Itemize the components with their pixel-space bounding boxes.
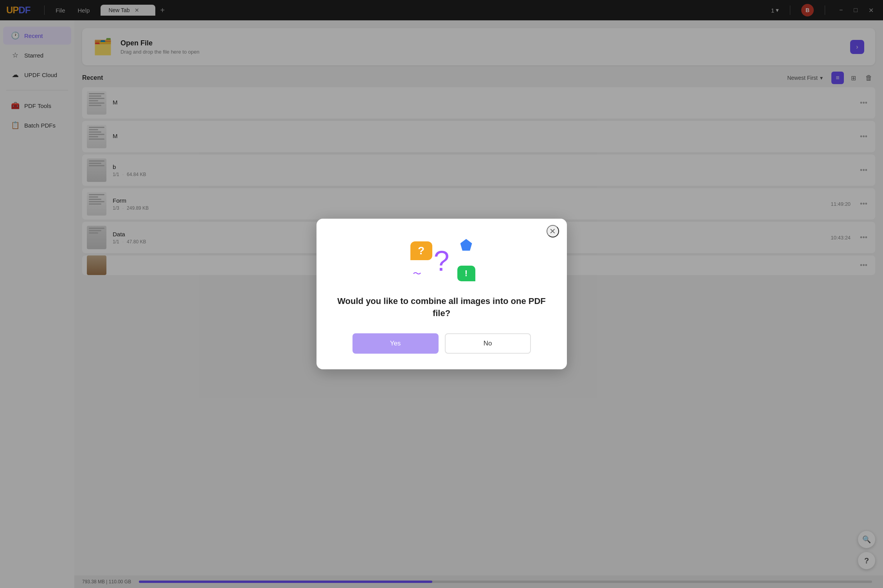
combine-images-dialog: ✕ 〜 ? Would you like to combine all imag… [317,219,567,370]
no-button[interactable]: No [445,333,531,354]
dialog-close-button[interactable]: ✕ [547,225,559,237]
dialog-buttons: Yes No [335,333,548,354]
gem-icon [460,239,472,251]
dialog-illustration: 〜 ? [406,237,477,284]
modal-backdrop: ✕ 〜 ? Would you like to combine all imag… [0,0,883,588]
yes-button[interactable]: Yes [352,333,439,354]
chat-yellow-icon [410,241,432,260]
chat-green-icon [457,266,475,281]
dialog-message: Would you like to combine all images int… [335,295,548,320]
squiggle-icon: 〜 [413,268,421,280]
question-mark-icon: ? [433,247,449,275]
